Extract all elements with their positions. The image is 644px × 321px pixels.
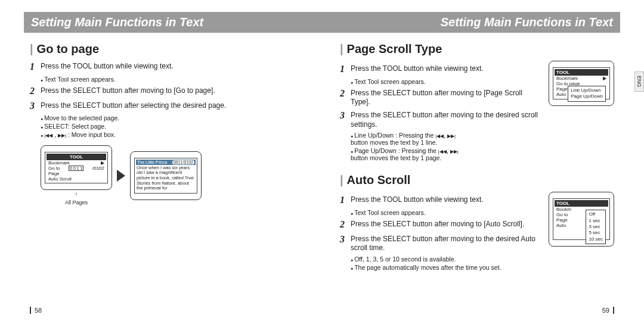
step-1: 1 Press the TOOL button while viewing te… [30, 61, 304, 73]
section-page-scroll: | Page Scroll Type [340, 42, 614, 56]
step-sub: SELECT: Select page. [41, 123, 304, 130]
step-sub: Text Tool screen appears. [351, 209, 540, 216]
step-number: 3 [30, 100, 41, 113]
language-tab: ENG [634, 71, 644, 92]
auto-submenu: Off 1 sec 3 sec 5 sec 10 sec [586, 210, 606, 244]
title-bar-icon: | [340, 42, 343, 56]
title-bar-icon: | [340, 173, 343, 187]
figure-row: TOOL Bookmark▶ Go to 0 0 1 1 /0102 Page … [41, 145, 304, 205]
go-to-page-title: Go to page [37, 42, 99, 56]
page-scroll-title: Page Scroll Type [347, 42, 442, 56]
device-mockup-scroll: TOOL Bookmark▶ Go to page Page Auto Line… [549, 61, 614, 106]
text: , [54, 131, 56, 138]
text: : Move input box. [68, 131, 116, 138]
book-title: The Little Prince [137, 160, 168, 164]
page-header-left: Setting Main Functions in Text [24, 12, 322, 33]
step-3: 3 Press the SELECT button after selectin… [30, 100, 304, 113]
device-mockup-auto: TOOL Bookm Go to Page Auto Off 1 sec 3 s… [549, 192, 614, 247]
device-mockup-tool: TOOL Bookmark▶ Go to 0 0 1 1 /0102 Page … [41, 145, 112, 190]
page-number-left: 58 [30, 307, 42, 314]
book-body: Once when I was six years old I saw a ma… [136, 165, 196, 192]
rewind-icon [44, 131, 52, 138]
step-2: 2 Press the SELECT button after moving t… [30, 85, 304, 98]
step-sub: Move to the selected page. [41, 114, 304, 121]
rewind-icon [438, 147, 447, 154]
step-sub: , : Move input box. [41, 131, 304, 138]
step-sub: Text Tool screen appears. [41, 76, 304, 83]
step-text: Press the SELECT button after selecting … [41, 100, 226, 111]
device-mockup-book: The Little Prince 0011/0102 Once when I … [130, 151, 202, 200]
step-sub: Line Up/Down : Pressing the , button mov… [351, 132, 540, 146]
forward-icon [447, 132, 456, 139]
forward-icon [58, 131, 66, 138]
step-text: Press the SELECT button after moving to … [351, 219, 524, 229]
caption-all-pages: All Pages [41, 200, 112, 205]
step-number: 1 [30, 61, 41, 73]
step-text: Press the SELECT button after moving to … [41, 85, 215, 96]
step-sub: Off, 1, 3, 5 or 10 second is available. [351, 255, 540, 263]
step-text: Press the TOOL button while viewing text… [351, 63, 484, 74]
tool-header: TOOL [47, 154, 106, 160]
step-number: 2 [30, 85, 41, 98]
auto-scroll-title: Auto Scroll [347, 173, 411, 187]
step-text: Press the TOOL button while viewing text… [351, 194, 484, 205]
step-text: Press the SELECT button after moving to … [351, 233, 540, 253]
section-go-to-page: | Go to page [30, 42, 304, 56]
step-text: Press the SELECT button after moving to … [351, 110, 540, 129]
section-auto-scroll: | Auto Scroll [340, 173, 614, 187]
page-left: Setting Main Functions in Text | Go to p… [0, 0, 322, 321]
scroll-submenu: Line Up/Down Page Up/Down [568, 86, 606, 102]
title-bar-icon: | [30, 42, 33, 56]
page-right: Setting Main Functions in Text | Page Sc… [322, 0, 644, 321]
step-text: Press the SELECT button after moving to … [351, 88, 540, 107]
page-header-right: Setting Main Functions in Text [322, 12, 620, 33]
step-text: Press the TOOL button while viewing text… [41, 61, 174, 71]
step-sub: The page automatically moves after the t… [351, 264, 540, 271]
rewind-icon [435, 132, 444, 139]
forward-icon [450, 147, 459, 154]
book-page-counter: 0011/0102 [172, 160, 194, 164]
step-sub: Text Tool screen appears. [351, 78, 540, 85]
step-sub: Page Up/Down : Pressing the , button mov… [351, 147, 540, 161]
page-number-right: 59 [602, 307, 614, 314]
arrow-right-icon [117, 170, 125, 182]
